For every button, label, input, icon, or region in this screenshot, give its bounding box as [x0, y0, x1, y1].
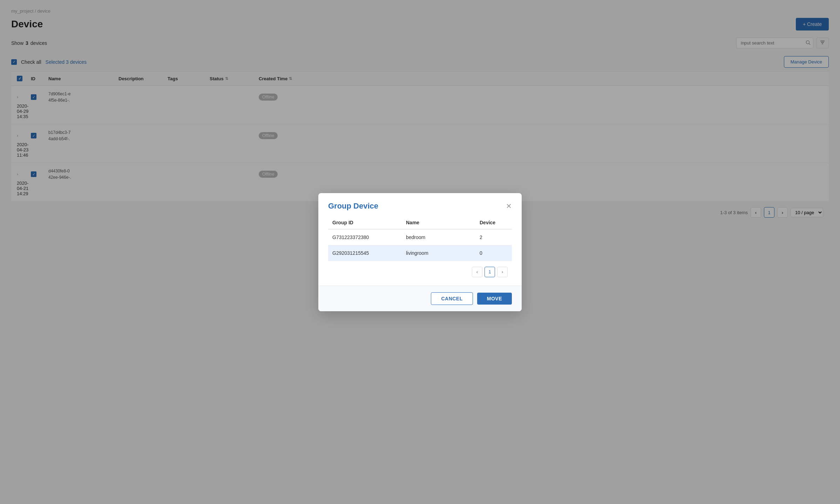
modal-row1-group-id: G731223372380	[332, 234, 406, 240]
modal-close-button[interactable]: ✕	[506, 203, 512, 210]
cancel-button[interactable]: CANCEL	[431, 292, 473, 305]
modal-title: Group Device	[328, 202, 378, 211]
modal: Group Device ✕ Group ID Name Device G731…	[318, 193, 522, 311]
modal-col-group-id: Group ID	[332, 220, 406, 225]
modal-row1-device-count: 2	[480, 234, 508, 240]
move-button[interactable]: MOVE	[477, 293, 512, 305]
modal-table-header: Group ID Name Device	[328, 216, 512, 230]
modal-pagination-page-1[interactable]: 1	[485, 267, 495, 277]
modal-table-row-1[interactable]: G731223372380 bedroom 2	[328, 230, 512, 245]
modal-body: Group ID Name Device G731223372380 bedro…	[318, 216, 522, 286]
modal-row2-name: livingroom	[406, 250, 480, 256]
modal-footer: CANCEL MOVE	[318, 286, 522, 311]
modal-header: Group Device ✕	[318, 193, 522, 216]
modal-row2-device-count: 0	[480, 250, 508, 256]
modal-row2-group-id: G292031215545	[332, 250, 406, 256]
modal-pagination-prev[interactable]: ‹	[472, 267, 482, 277]
modal-pagination-next[interactable]: ›	[497, 267, 508, 277]
modal-overlay[interactable]: Group Device ✕ Group ID Name Device G731…	[0, 0, 840, 504]
modal-col-device: Device	[480, 220, 508, 225]
modal-row1-name: bedroom	[406, 234, 480, 240]
modal-table-row-2[interactable]: G292031215545 livingroom 0	[328, 245, 512, 261]
modal-pagination: ‹ 1 ›	[328, 261, 512, 280]
modal-col-name: Name	[406, 220, 480, 225]
